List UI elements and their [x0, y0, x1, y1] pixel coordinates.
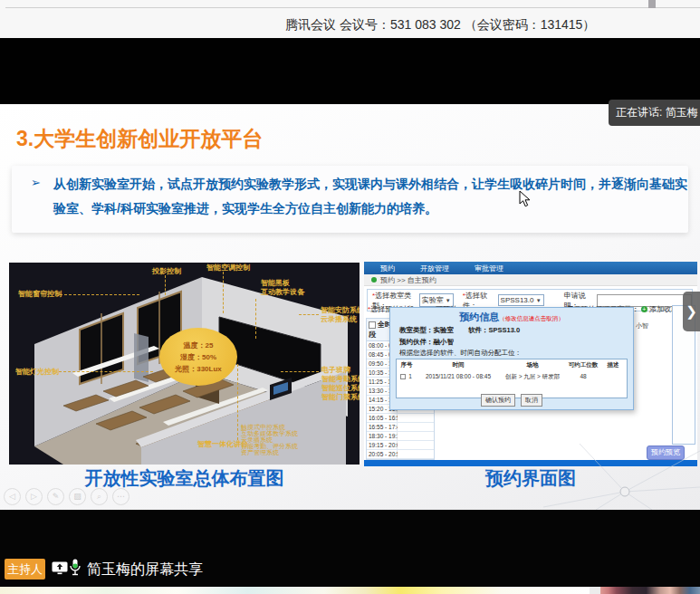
- chevron-down-icon: ▼: [446, 298, 451, 303]
- screen-share-icon: [52, 561, 68, 576]
- bullet-text: 从创新实验室开始，试点开放预约实验教学形式，实现课内与课外相结合，让学生吸收碎片…: [53, 172, 691, 221]
- next-slide-button[interactable]: ▷: [25, 488, 43, 505]
- lab-layout-image: 智能窗帘控制 投影控制 智能空调控制 智能黑板 互动教学设备 智能安防系统 云录…: [9, 263, 360, 465]
- topbar-divider: [5, 7, 700, 8]
- dialog-room-type: 教室类型：实验室软件：SPSS13.0: [399, 326, 520, 335]
- bullet-arrow-icon: ➢: [31, 176, 41, 189]
- add-favorite-icon[interactable]: +: [641, 306, 647, 312]
- more-tools-button[interactable]: ⋯: [112, 488, 129, 505]
- dialog-note: （修改信息请点击取消）: [499, 315, 564, 321]
- environment-bubble: 温度：25 湿度：50% 光照：330Lux: [159, 328, 237, 386]
- lab-label-lighting: 智能灯光控制: [15, 368, 59, 377]
- lab-label-projector: 投影控制: [152, 267, 181, 276]
- lab-label-board: 智能黑板 互动教学设备: [261, 279, 304, 297]
- confirm-reserve-button[interactable]: 确认预约: [481, 394, 515, 407]
- dialog-hint: 根据您选择的软件、时间自动分配工位：: [399, 349, 522, 358]
- highlighter-tool-button[interactable]: ▨: [69, 488, 86, 505]
- booking-ui-image: 预约 开放管理 审批管理 预约 >> 自主预约 *选择教室类型： 实验室 ▼ *…: [364, 262, 697, 466]
- tab-open-mgmt[interactable]: 开放管理: [420, 263, 449, 273]
- reservation-info-dialog: 预约信息（修改信息请点击取消） 教室类型：实验室软件：SPSS13.0 预约伙伴…: [389, 307, 634, 410]
- row-checkbox[interactable]: [400, 374, 406, 379]
- lab-label-ac: 智能空调控制: [206, 263, 250, 273]
- slide-title: 3.大学生创新创业开放平台: [16, 125, 263, 153]
- lab-label-podium-systems: 触摸式中控系统 互动多媒体教学系统 云录播系统 智能考勤、评分系统 资产管理系统: [241, 424, 298, 455]
- speaking-indicator: 正在讲话: 简玉梅: [609, 100, 700, 126]
- meeting-window: 腾讯会议 会议号：531 083 302 （会议密码：131415） 3.大学生…: [0, 0, 700, 594]
- bullet-card: ➢ 从创新实验室开始，试点开放预约实验教学形式，实现课内与课外相结合，让学生吸收…: [12, 166, 688, 233]
- host-badge: 主持人: [5, 559, 45, 580]
- chevron-down-icon: ▼: [536, 298, 542, 303]
- shared-slide: 3.大学生创新创业开放平台 ➢ 从创新实验室开始，试点开放预约实验教学形式，实现…: [0, 104, 700, 510]
- timeslot-row[interactable]: 16:55 - 17:40: [367, 423, 434, 432]
- dialog-table-row: 1 2015/11/21 08:00 - 08:45 创新 > 九层 > 研发部…: [397, 371, 627, 383]
- all-day-checkbox[interactable]: [369, 321, 376, 329]
- expand-panel-chevron[interactable]: ❯: [683, 292, 700, 331]
- microphone-icon: [70, 559, 81, 577]
- tab-approval-mgmt[interactable]: 审批管理: [475, 263, 503, 273]
- lab-label-sign: 电子班牌 智能考勤系统 智能巡位系统 智能门禁系统: [321, 366, 360, 402]
- cancel-button[interactable]: 取消: [521, 394, 542, 407]
- caption-lab-layout: 开放性实验室总体布置图: [9, 466, 360, 491]
- breadcrumb: 预约 >> 自主预约: [364, 274, 697, 286]
- timeslot-row[interactable]: 19:15 - 20:00: [367, 441, 434, 450]
- letterbox-top: [0, 38, 700, 104]
- window-edge-mark: [648, 0, 656, 8]
- thumbnail-gap: [590, 587, 600, 594]
- video-thumbnail[interactable]: [0, 587, 590, 594]
- grid-user-name: 小智: [636, 321, 648, 331]
- meeting-topbar: 腾讯会议 会议号：531 083 302 （会议密码：131415）: [0, 0, 700, 39]
- meeting-id-text: 腾讯会议 会议号：531 083 302 （会议密码：131415）: [285, 17, 595, 34]
- mouse-cursor: [519, 190, 532, 208]
- dialog-partner: 预约伙伴：融小智: [399, 338, 454, 347]
- location-icon: [371, 277, 377, 283]
- screen-share-label: 简玉梅的屏幕共享: [87, 560, 203, 580]
- lab-label-curtain: 智能窗帘控制: [18, 290, 62, 299]
- slideshow-controls: ◁ ▷ ✎ ▨ ⌕ ⋯: [4, 488, 129, 505]
- booking-nav-bar: 预约 开放管理 审批管理: [364, 262, 697, 274]
- video-thumbnail[interactable]: [600, 587, 700, 594]
- prev-slide-button[interactable]: ◁: [4, 488, 21, 505]
- timeslot-row[interactable]: 20:05 - 20:50: [367, 450, 434, 459]
- dialog-table: 序号 时间 场地 可约工位数 描述 1 2015/11/21 08:00 - 0…: [396, 359, 628, 398]
- tab-reserve[interactable]: 预约: [380, 263, 395, 273]
- pen-tool-button[interactable]: ✎: [47, 488, 64, 505]
- dialog-title: 预约信息（修改信息请点击取消）: [390, 308, 633, 324]
- lab-label-security: 智能安防系统 云录播系统: [321, 306, 360, 324]
- zoom-tool-button[interactable]: ⌕: [91, 488, 108, 505]
- timeslot-row[interactable]: 18:30 - 19:15: [367, 432, 434, 441]
- timeslot-row[interactable]: 16:05 - 16:50: [367, 414, 434, 423]
- slide-decoration-lines: [543, 444, 700, 510]
